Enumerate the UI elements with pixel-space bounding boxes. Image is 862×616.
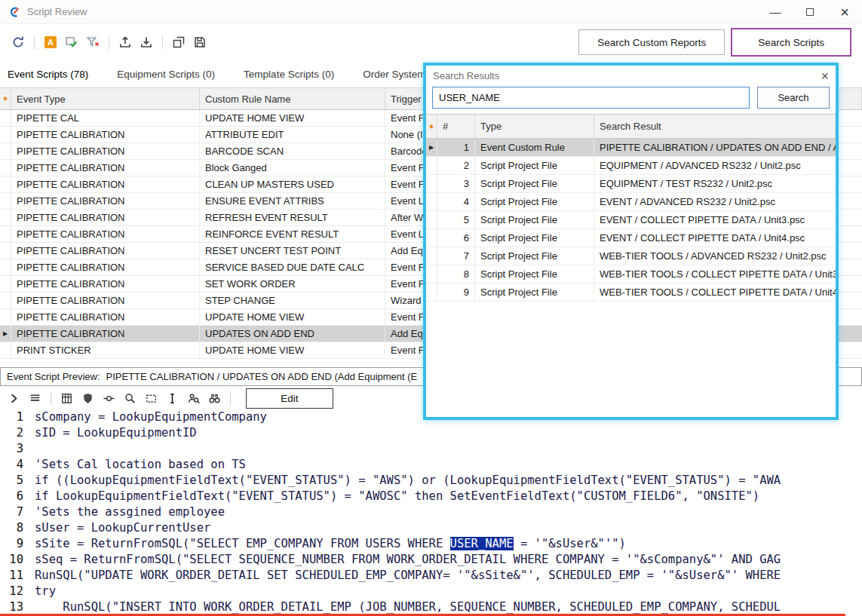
line-number: 2 xyxy=(0,425,35,441)
edit-button[interactable]: Edit xyxy=(246,388,333,409)
shield-icon[interactable] xyxy=(78,389,97,408)
search-result-row[interactable]: 5 Script Project File EVENT / COLLECT PI… xyxy=(426,211,836,229)
code-line: 3 xyxy=(0,441,862,457)
code-line: 12try xyxy=(0,584,862,599)
code-line: 9sSite = ReturnFromSQL("SELECT EMP_COMPA… xyxy=(0,536,862,552)
line-number: 8 xyxy=(0,520,35,536)
code-line: 7'Sets the assgined employee xyxy=(0,504,862,520)
script-tabs: Event Scripts (78) Equipment Scripts (0)… xyxy=(0,62,459,86)
toolbar-separator xyxy=(51,391,51,405)
window-check-icon[interactable] xyxy=(61,32,82,53)
rows-icon[interactable] xyxy=(26,389,44,408)
search-result-row-selected[interactable]: ▶ 1 Event Custom Rule PIPETTE CALIBRATIO… xyxy=(426,139,836,157)
search-results-window: Search Results × Search * # Type Search … xyxy=(423,63,839,420)
search-results-titlebar: Search Results × xyxy=(426,66,836,86)
column-header-number[interactable]: # xyxy=(437,115,475,138)
code-line: 13 RunSQL("INSERT INTO WORK_ORDER_DETAIL… xyxy=(0,599,862,615)
search-result-row[interactable]: 7 Script Project File WEB-TIER TOOLS / A… xyxy=(426,247,836,265)
search-results-close-icon[interactable]: × xyxy=(821,69,829,83)
editor-toolbar: Edit xyxy=(5,388,333,409)
refresh-icon[interactable] xyxy=(8,32,29,53)
line-number: 6 xyxy=(0,489,35,504)
code-line: 2sID = LookupEquipmentID xyxy=(0,425,862,441)
maximize-button[interactable] xyxy=(793,0,827,23)
tab-equipment-scripts[interactable]: Equipment Scripts (0) xyxy=(117,69,215,80)
tab-event-scripts[interactable]: Event Scripts (78) xyxy=(8,69,88,80)
column-header-custom-rule-name[interactable]: Custom Rule Name xyxy=(200,88,385,109)
open-new-window-icon[interactable] xyxy=(168,32,189,53)
search-results-grid: * # Type Search Result ▶ 1 Event Custom … xyxy=(426,114,836,302)
save-icon[interactable] xyxy=(189,32,210,53)
toolbar-separator xyxy=(34,35,35,50)
export-icon[interactable] xyxy=(115,32,136,53)
main-toolbar: A xyxy=(0,25,862,60)
search-results-header: * # Type Search Result xyxy=(426,115,836,139)
download-icon[interactable] xyxy=(136,32,157,53)
line-number: 4 xyxy=(0,457,35,473)
user-search-icon[interactable] xyxy=(184,389,203,408)
line-number: 9 xyxy=(0,536,35,552)
zoom-icon[interactable] xyxy=(121,389,140,408)
selected-row-arrow-icon: ▶ xyxy=(429,144,434,151)
search-result-row[interactable]: 6 Script Project File EVENT / COLLECT PI… xyxy=(426,229,836,247)
line-number: 13 xyxy=(0,599,35,615)
line-number: 11 xyxy=(0,568,35,584)
search-input[interactable] xyxy=(432,87,750,109)
scope-icon[interactable] xyxy=(100,389,118,408)
code-line: 6if LookupEquipmentFieldText("EVENT_STAT… xyxy=(0,489,862,504)
search-result-row[interactable]: 4 Script Project File EVENT / ADVANCED R… xyxy=(426,193,836,211)
column-header-event-type[interactable]: Event Type xyxy=(11,88,200,109)
toolbar-separator xyxy=(109,35,109,50)
tab-template-scripts[interactable]: Template Scripts (0) xyxy=(244,69,334,80)
minimize-button[interactable]: — xyxy=(758,0,793,23)
search-result-row[interactable]: 2 Script Project File EQUIPMENT / ADVANC… xyxy=(426,157,836,175)
preview-value: PIPETTE CALIBRATION / UPDATES ON ADD END… xyxy=(106,371,418,382)
select-region-icon[interactable] xyxy=(142,389,161,408)
search-scripts-button[interactable]: Search Scripts xyxy=(731,28,851,57)
search-result-row[interactable]: 3 Script Project File EQUIPMENT / TEST R… xyxy=(426,175,836,193)
line-number: 10 xyxy=(0,552,35,568)
binoculars-icon[interactable] xyxy=(205,389,224,408)
preview-label: Event Script Preview: xyxy=(7,371,100,382)
code-line: 5if ((LookupEquipmentFieldText("EVENT_ST… xyxy=(0,473,862,489)
line-number: 1 xyxy=(0,409,35,425)
search-button[interactable]: Search xyxy=(757,87,830,109)
toolbar-separator xyxy=(162,35,163,50)
code-line: 4'Sets Cal location based on TS xyxy=(0,457,862,473)
column-header-search-result[interactable]: Search Result xyxy=(594,115,836,138)
text-cursor-icon[interactable] xyxy=(163,389,182,408)
toolbar-separator xyxy=(230,391,231,405)
search-result-row[interactable]: 9 Script Project File WEB-TIER TOOLS / C… xyxy=(426,283,836,302)
required-marker-column: * xyxy=(0,88,11,109)
window-title: Script Review xyxy=(27,6,87,17)
line-number: 12 xyxy=(0,584,35,599)
report-icon[interactable] xyxy=(57,389,76,408)
selected-row-arrow-icon: ▶ xyxy=(3,330,8,337)
run-icon[interactable] xyxy=(5,389,23,408)
search-result-row[interactable]: 8 Script Project File WEB-TIER TOOLS / C… xyxy=(426,265,836,283)
column-header-type[interactable]: Type xyxy=(475,115,594,138)
code-line: 10sSeq = ReturnFromSQL("SELECT SEQUENCE_… xyxy=(0,552,862,568)
filter-clear-icon[interactable] xyxy=(82,32,103,53)
line-number: 5 xyxy=(0,473,35,489)
maximize-icon xyxy=(806,8,814,16)
close-button[interactable]: × xyxy=(827,0,862,23)
line-number: 7 xyxy=(0,504,35,520)
code-line: 8sUser = LookupCurrentUser xyxy=(0,520,862,536)
code-line: 11RunSQL("UPDATE WORK_ORDER_DETAIL SET S… xyxy=(0,568,862,584)
search-custom-reports-button[interactable]: Search Custom Reports xyxy=(578,29,725,55)
line-number: 3 xyxy=(0,441,35,457)
search-match-highlight: USER_NAME xyxy=(450,537,514,550)
required-marker-column: * xyxy=(426,115,437,138)
search-row: Search xyxy=(426,86,836,114)
search-results-title: Search Results xyxy=(433,70,499,81)
attribute-a-icon[interactable]: A xyxy=(40,32,61,53)
window-titlebar: Script Review — × xyxy=(0,0,862,24)
script-code-editor[interactable]: 1sCompany = LookupEquipmentCompany 2sID … xyxy=(0,409,862,616)
app-logo-icon xyxy=(8,5,21,19)
